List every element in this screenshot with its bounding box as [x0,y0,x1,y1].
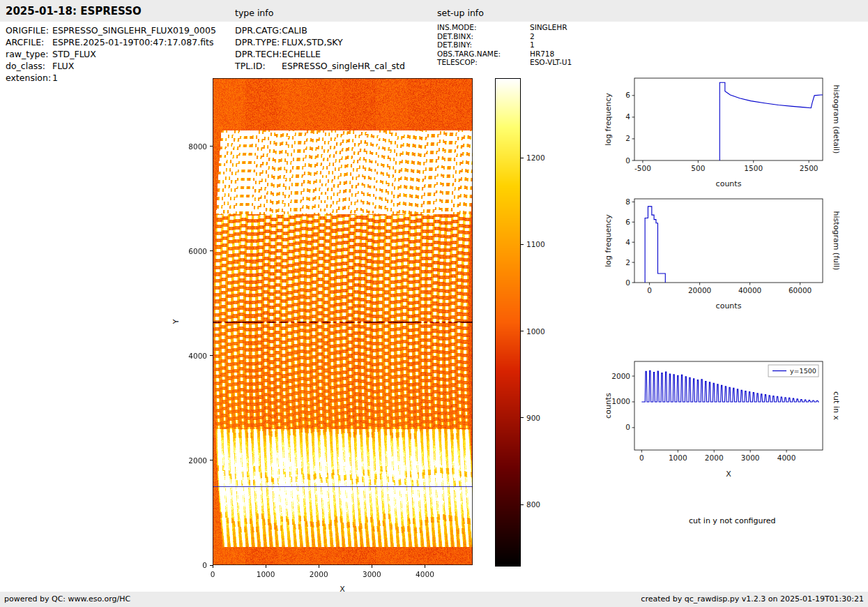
hist-full-x-tick-label: 20000 [688,286,711,294]
main-x-tick-mark [319,565,319,568]
type-info-heading: type info [235,8,273,18]
cut-x-y-tick-label: 1000 [611,397,630,405]
hist-full-x-tick-label: 0 [647,286,652,294]
setup-info-value: 2 [530,32,535,41]
hist-detail-x-tick-label: 1500 [744,164,763,172]
setup-info-block: INS.MODE:SINGLEHRDET.BINX:2DET.BINY:1OBS… [437,23,572,67]
colorbar-tick-mark [521,244,524,245]
file-info-block: ORIGFILE:ESPRESSO_SINGLEHR_FLUX019_0005A… [6,24,216,84]
type-info-block: DPR.CATG:CALIBDPR.TYPE:FLUX,STD,SKYDPR.T… [235,24,405,72]
main-x-tick-label: 4000 [416,570,434,578]
footer-left-text: powered by QC: www.eso.org/HC [4,594,130,604]
setup-info-key: DET.BINY: [437,40,530,50]
main-x-tick-label: 3000 [363,570,381,578]
setup-info-key: INS.MODE: [437,23,530,32]
file-info-value: ESPRESSO_SINGLEHR_FLUX019_0005 [52,24,216,36]
setup-info-row: TELESCOP:ESO-VLT-U1 [437,58,572,67]
footer-right-text: created by qc_rawdisp.py v1.2.3 on 2025-… [641,594,864,604]
main-x-tick-mark [425,565,425,568]
setup-info-heading: set-up info [437,8,484,18]
hist-detail-x-tick-label: -500 [634,164,651,172]
main-y-tick-mark [210,565,213,566]
hist-detail-y-tick-label: 0 [625,156,630,165]
type-info-row: TPL.ID:ESPRESSO_singleHR_cal_std [235,60,405,72]
file-info-key: raw_type: [6,48,52,60]
hist-detail-y-tick-label: 6 [625,91,630,99]
main-y-tick-mark [210,250,213,251]
file-info-row: ORIGFILE:ESPRESSO_SINGLEHR_FLUX019_0005 [6,24,216,36]
colorbar-tick-mark [521,504,524,505]
setup-info-row: OBS.TARG.NAME:HR718 [437,50,572,59]
hist-full-xaxis-label: counts [716,301,742,310]
hist-detail-y-tick-label: 4 [625,112,630,121]
file-info-row: do_class:FLUX [6,60,216,72]
cut-x-yaxis-label: counts [604,393,613,419]
file-info-key: ORIGFILE: [6,24,52,36]
cut-x-x-tick-label: 3000 [741,454,760,462]
main-y-tick-mark [210,146,213,147]
main-y-tick-label: 2000 [188,456,207,465]
hist-detail-x-tick-label: 2500 [800,164,818,172]
hist-full-y-tick-label: 4 [625,238,630,246]
hist-full-y-tick-label: 6 [625,218,630,226]
setup-info-value: 1 [530,40,535,50]
main-x-tick-mark [266,565,266,568]
file-info-value: FLUX [52,60,74,72]
hist-full-yaxis-label: log frequency [604,214,613,267]
hist-full-y-tick-label: 2 [625,258,630,267]
main-x-tick-mark [213,565,213,568]
hist-detail-frame [634,78,823,160]
setup-info-key: TELESCOP: [437,58,530,67]
cut-x-right-label: cut in x [832,391,840,420]
hist-detail-yaxis-label: log frequency [604,93,613,146]
cut-x-legend-label: y=1500 [790,367,816,375]
colorbar-tick-label: 900 [526,414,540,422]
file-info-key: do_class: [6,60,52,72]
setup-info-key: DET.BINX: [437,32,530,41]
file-info-row: extension:1 [6,72,216,84]
type-info-row: DPR.TYPE:FLUX,STD,SKY [235,36,405,48]
cut-x-y-tick-label: 0 [625,423,630,431]
type-info-key: DPR.TECH: [235,48,282,60]
hist-detail-xaxis-label: counts [716,179,742,188]
colorbar-tick-label: 1100 [526,240,545,248]
colorbar-tick-label: 1000 [526,327,545,336]
cut-x-x-tick-label: 1000 [669,454,687,462]
raw-frame-image [213,78,473,565]
colorbar-tick-mark [521,158,524,158]
cut-x-svg: 01000200030004000010002000Xcountscut in … [600,353,840,480]
colorbar-tick-label: 1200 [526,153,545,162]
colorbar [495,78,521,567]
cut-x-x-tick-label: 4000 [777,454,796,462]
main-y-tick-label: 6000 [188,247,207,255]
type-info-key: DPR.TYPE: [235,36,282,48]
main-y-tick-label: 8000 [188,142,207,151]
histogram-full-chart: 020000400006000002468countslog frequency… [600,190,840,315]
file-info-value: ESPRE.2025-01-19T00:47:17.087.fits [52,36,213,48]
cut-x-xaxis-label: X [726,470,731,479]
type-info-key: TPL.ID: [235,60,282,72]
hist-detail-svg: -500500150025000246countslog frequencyhi… [600,70,840,190]
file-info-row: ARCFILE:ESPRE.2025-01-19T00:47:17.087.fi… [6,36,216,48]
main-yaxis-label: Y [172,320,181,324]
setup-info-value: ESO-VLT-U1 [530,58,572,67]
colorbar-tick-label: 800 [526,500,540,509]
main-x-tick-label: 1000 [257,570,275,578]
cut-in-y-note: cut in y not configured [689,516,776,525]
cut-x-y-tick-label: 2000 [611,372,630,380]
file-info-key: extension: [6,72,52,84]
page-title: 2025-01-18: ESPRESSO [6,5,142,17]
main-x-tick-mark [372,565,372,568]
hist-full-x-tick-label: 40000 [738,286,761,294]
file-info-value: STD_FLUX [52,48,96,60]
main-y-tick-mark [210,355,213,356]
hist-full-right-label: histogram (full) [832,211,840,271]
colorbar-tick-mark [521,417,524,418]
main-y-tick-label: 0 [202,561,207,569]
type-info-row: DPR.TECH:ECHELLE [235,48,405,60]
header-bar: 2025-01-18: ESPRESSO type info set-up in… [0,0,868,22]
type-info-row: DPR.CATG:CALIB [235,24,405,36]
hist-full-y-tick-label: 8 [625,197,630,206]
type-info-key: DPR.CATG: [235,24,282,36]
type-info-value: ESPRESSO_singleHR_cal_std [282,60,405,72]
